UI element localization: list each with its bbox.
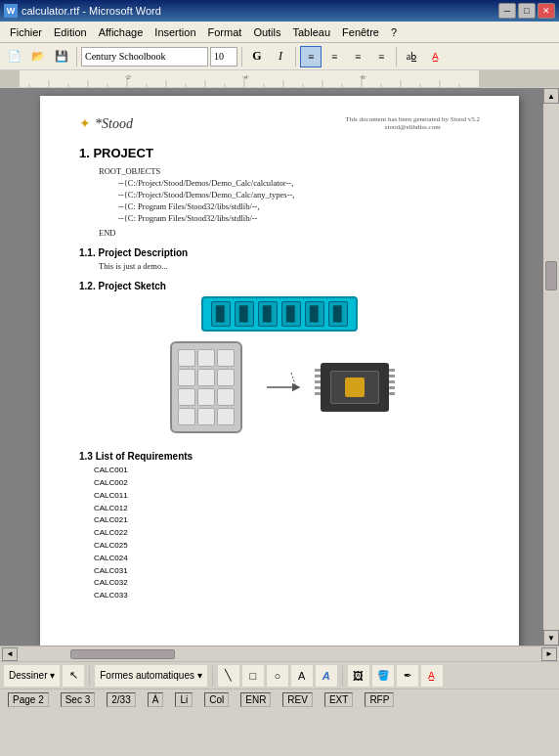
section-1-2-title: 1.2. Project Sketch [79,281,480,291]
justify-button[interactable]: ≡ [370,46,392,67]
align-right-button[interactable]: ≡ [347,46,368,67]
scroll-up-button[interactable]: ▲ [543,88,559,104]
maximize-button[interactable]: □ [518,3,536,19]
section-1-1-title: 1.1. Project Description [79,247,480,258]
status-col: Col [204,692,229,707]
document-page[interactable]: ✦ *Stood This document has been generate… [40,96,519,645]
scroll-thumb-h[interactable] [70,649,175,659]
document-area: ✦ *Stood This document has been generate… [0,88,559,645]
svg-rect-0 [0,70,20,88]
menu-fenetre[interactable]: Fenêtre [336,24,385,40]
scroll-left-button[interactable]: ◄ [2,647,18,661]
menu-edition[interactable]: Edition [48,24,93,40]
pin-l4 [315,386,321,389]
key-4 [178,369,195,386]
line-tool-button[interactable]: ╲ [218,665,239,687]
header-generated-by: This document has been generated by Stoo… [345,115,480,131]
svg-rect-2 [479,70,559,88]
req-10: CALC033 [94,590,480,602]
wordart-tool-button[interactable]: A [316,665,337,687]
chip-pad [345,378,365,397]
req-1: CALC002 [94,477,480,490]
svg-text:·2·: ·2· [125,73,132,81]
req-8: CALC031 [94,565,480,578]
fill-color-button[interactable]: 🪣 [372,665,394,687]
separator-4 [396,47,397,67]
select-button[interactable]: ↖ [63,665,84,687]
scrollbar-horizontal[interactable]: ◄ ► [0,645,559,661]
section-1-title: 1. PROJECT [79,146,480,160]
menu-help[interactable]: ? [385,24,403,40]
font-selector[interactable]: Century Schoolbook [81,47,208,67]
calc-sketch-section: ▊ ▊ ▊ ▊ ▊ ▊ [79,296,480,443]
shapes-menu-button[interactable]: Formes automatiques ▾ [95,665,207,687]
menu-affichage[interactable]: Affichage [93,24,150,40]
pin-l2 [315,375,321,378]
scroll-track-h[interactable] [18,648,541,660]
rect-tool-button[interactable]: □ [242,665,264,687]
root-objects-list: --{C:/Project/Stood/Demos/Demo_Calc/calc… [118,178,480,225]
root-objects-section: ROOT_OBJECTS --{C:/Project/Stood/Demos/D… [99,166,480,224]
separator-3 [295,47,296,67]
new-button[interactable]: 📄 [4,46,25,67]
status-enr: ENR [240,692,271,707]
title-bar: W calculator.rtf - Microsoft Word ─ □ ✕ [0,0,559,22]
status-at: À [148,692,164,707]
key-2 [197,349,215,367]
font-color-draw-button[interactable]: A̲ [421,665,443,687]
scroll-track-v[interactable] [544,104,558,630]
req-0: CALC001 [94,465,480,477]
keypad [170,341,242,433]
status-page: Page 2 [8,692,49,707]
req-4: CALC021 [94,514,480,527]
minimize-button[interactable]: ─ [498,3,516,19]
window-controls: ─ □ ✕ [498,3,555,19]
display-digit-6: ▊ [328,301,348,327]
status-sec: Sec 3 [61,692,96,707]
draw-menu-button[interactable]: Dessiner ▾ [4,665,60,687]
pin-l1 [315,369,321,372]
ruler: ·2· ·4· ·6· [0,70,559,88]
align-left-button[interactable]: ≡ [300,46,322,67]
scroll-thumb-v[interactable] [545,261,557,290]
bold-button[interactable]: G [246,46,268,67]
menu-fichier[interactable]: Fichier [4,24,48,40]
draw-sep-3 [342,666,343,686]
insert-picture-button[interactable]: 🖼 [348,665,369,687]
line-color-button[interactable]: ✒ [397,665,418,687]
font-color-button[interactable]: A̲ [424,46,446,67]
req-9: CALC032 [94,577,480,590]
svg-text:·6·: ·6· [360,73,366,81]
key-10 [178,408,195,425]
menu-tableau[interactable]: Tableau [287,24,337,40]
pin-r5 [389,392,395,395]
oval-tool-button[interactable]: ○ [267,665,288,687]
menu-outils[interactable]: Outils [247,24,286,40]
open-button[interactable]: 📂 [27,46,49,67]
display-digit-2: ▊ [235,301,254,327]
menu-bar: Fichier Edition Affichage Insertion Form… [0,22,559,43]
pin-r3 [389,380,395,383]
draw-sep-2 [212,666,213,686]
font-size-selector[interactable]: 10 [210,47,237,67]
requirements-list: CALC001 CALC002 CALC011 CALC012 CALC021 … [94,465,480,602]
scroll-down-button[interactable]: ▼ [543,630,559,645]
textbox-tool-button[interactable]: A [291,665,313,687]
logo: ✦ *Stood [79,115,133,132]
italic-button[interactable]: I [270,46,291,67]
end-label: END [99,228,480,240]
ruler-svg: ·2· ·4· ·6· [0,70,559,88]
align-center-button[interactable]: ≡ [323,46,345,67]
color-button[interactable]: ab̲ [401,46,422,67]
arrow-svg [262,363,301,412]
chip-pins-left [315,369,321,395]
save-button[interactable]: 💾 [51,46,72,67]
pin-l5 [315,392,321,395]
scroll-right-button[interactable]: ► [541,647,557,661]
scrollbar-vertical[interactable]: ▲ ▼ [543,88,559,645]
calc-display: ▊ ▊ ▊ ▊ ▊ ▊ [201,296,358,332]
key-9 [217,388,235,406]
menu-format[interactable]: Format [202,24,248,40]
close-button[interactable]: ✕ [538,3,555,19]
menu-insertion[interactable]: Insertion [149,24,201,40]
